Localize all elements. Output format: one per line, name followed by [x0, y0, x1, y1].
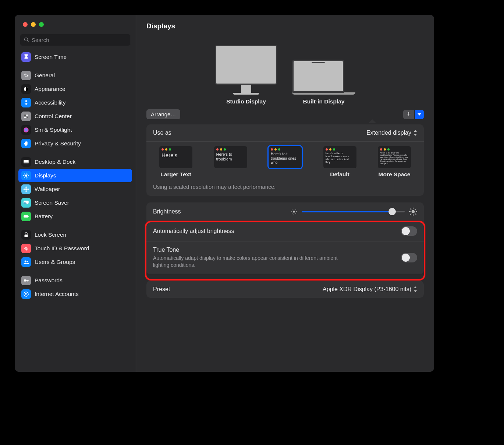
- add-display-menu[interactable]: [415, 110, 424, 119]
- auto-brightness-row: Automatically adjust brightness: [146, 221, 424, 241]
- search-field[interactable]: [20, 34, 131, 46]
- svg-point-33: [294, 209, 294, 209]
- svg-line-48: [415, 209, 416, 209]
- gear-icon: [21, 71, 31, 80]
- laptop-icon: [292, 60, 355, 95]
- brightness-row: Brightness: [146, 202, 424, 221]
- true-tone-toggle[interactable]: [401, 253, 417, 262]
- close-window-button[interactable]: [23, 22, 28, 27]
- sidebar-item-screen-time[interactable]: Screen Time: [18, 50, 132, 64]
- svg-point-34: [294, 214, 294, 215]
- svg-rect-26: [25, 234, 28, 237]
- sidebar-item-label: Desktop & Dock: [35, 159, 75, 165]
- svg-rect-30: [26, 280, 29, 281]
- sun-low-icon: [291, 208, 297, 215]
- svg-rect-24: [24, 215, 28, 218]
- search-icon: [24, 37, 29, 43]
- svg-point-18: [25, 188, 27, 190]
- preset-label: Preset: [153, 286, 170, 293]
- zoom-window-button[interactable]: [39, 22, 44, 27]
- sidebar-item-desktop-dock[interactable]: Desktop & Dock: [18, 155, 132, 169]
- resolution-option-1[interactable]: Here's to troublem: [208, 146, 253, 179]
- preset-row[interactable]: Preset Apple XDR Display (P3-1600 nits): [146, 281, 424, 298]
- svg-point-32: [293, 211, 295, 212]
- users-icon: [21, 257, 31, 267]
- brightness-panel: Brightness Automatically adjust brightne…: [146, 202, 424, 274]
- svg-line-15: [28, 177, 28, 178]
- true-tone-label: True Tone: [153, 247, 352, 253]
- sidebar-item-accessibility[interactable]: Accessibility: [18, 96, 132, 109]
- true-tone-desc: Automatically adapt display to make colo…: [153, 255, 352, 269]
- sidebar-item-touch-id-password[interactable]: Touch ID & Password: [18, 242, 132, 255]
- svg-line-49: [410, 214, 411, 215]
- figure-icon: [21, 98, 31, 107]
- preset-value[interactable]: Apple XDR Display (P3-1600 nits): [323, 286, 417, 293]
- at-icon: [21, 289, 31, 299]
- svg-point-28: [26, 261, 28, 262]
- sidebar-item-label: Battery: [35, 213, 53, 220]
- sidebar-item-label: Appearance: [35, 86, 65, 92]
- minimize-window-button[interactable]: [31, 22, 36, 27]
- resolution-thumb: Here's: [159, 146, 192, 168]
- svg-rect-31: [28, 280, 28, 282]
- resolution-option-4[interactable]: Here's to the crazy one troublemakers. T…: [372, 146, 417, 179]
- svg-point-40: [295, 213, 296, 214]
- sidebar-item-wallpaper[interactable]: Wallpaper: [18, 183, 132, 196]
- sidebar-item-control-center[interactable]: Control Center: [18, 110, 132, 123]
- sidebar-item-siri-spotlight[interactable]: Siri & Spotlight: [18, 123, 132, 137]
- resolution-options: Here'sLarger TextHere's to troublemHere'…: [146, 142, 424, 182]
- svg-point-6: [24, 127, 29, 133]
- svg-point-21: [24, 188, 25, 190]
- hand-icon: [21, 139, 31, 148]
- svg-line-14: [24, 174, 25, 174]
- svg-line-17: [24, 177, 25, 178]
- hourglass-icon: [21, 52, 31, 62]
- svg-point-39: [292, 213, 292, 214]
- svg-point-1: [25, 100, 27, 102]
- display-picker: Studio Display Built-in Display: [146, 45, 424, 105]
- use-as-row[interactable]: Use as Extended display: [146, 124, 424, 142]
- arrange-button[interactable]: Arrange…: [146, 109, 180, 119]
- sidebar-item-screen-saver[interactable]: Screen Saver: [18, 196, 132, 209]
- sidebar-item-label: Displays: [35, 172, 56, 179]
- true-tone-row: True Tone Automatically adapt display to…: [146, 241, 424, 274]
- use-as-value[interactable]: Extended display: [366, 130, 417, 136]
- sidebar-item-label: Control Center: [35, 113, 72, 120]
- auto-brightness-toggle[interactable]: [401, 226, 417, 236]
- sidebar-nav[interactable]: Screen TimeGeneralAppearanceAccessibilit…: [15, 49, 136, 372]
- display-builtin[interactable]: Built-in Display: [292, 60, 355, 105]
- sidebar-item-label: Passwords: [35, 277, 63, 284]
- sidebar-item-users-groups[interactable]: Users & Groups: [18, 255, 132, 269]
- search-input[interactable]: [32, 37, 127, 43]
- svg-point-19: [25, 187, 26, 188]
- sidebar-item-label: General: [35, 72, 55, 79]
- display-studio[interactable]: Studio Display: [215, 45, 277, 105]
- resolution-label: Default: [330, 171, 349, 179]
- svg-point-27: [25, 261, 26, 262]
- svg-point-29: [24, 279, 26, 282]
- sidebar-item-general[interactable]: General: [18, 69, 132, 82]
- sidebar-item-lock-screen[interactable]: Lock Screen: [18, 228, 132, 241]
- fingerprint-icon: [21, 244, 31, 253]
- brightness-slider[interactable]: [302, 208, 405, 215]
- svg-line-46: [410, 209, 411, 209]
- flower-icon: [21, 184, 31, 194]
- sidebar-item-label: Siri & Spotlight: [35, 127, 72, 133]
- brightness-icon: [21, 171, 31, 180]
- sidebar-item-label: Privacy & Security: [35, 140, 81, 147]
- resolution-thumb: Here's to the crazy one troublemakers. T…: [378, 146, 411, 168]
- sidebar-item-privacy-security[interactable]: Privacy & Security: [18, 137, 132, 150]
- sidebar-item-displays[interactable]: Displays: [18, 169, 132, 182]
- add-display-button[interactable]: +: [403, 110, 414, 119]
- resolution-hint: Using a scaled resolution may affect per…: [146, 182, 424, 196]
- resolution-thumb: Here's to t troublema ones who: [269, 146, 302, 168]
- sidebar-item-internet-accounts[interactable]: Internet Accounts: [18, 287, 132, 301]
- sidebar-item-passwords[interactable]: Passwords: [18, 274, 132, 287]
- sidebar-item-battery[interactable]: Battery: [18, 210, 132, 223]
- svg-rect-8: [24, 163, 29, 163]
- resolution-option-3[interactable]: Here's to the cr troublemakers. ones who…: [317, 146, 363, 179]
- sidebar-item-label: Touch ID & Password: [35, 245, 89, 252]
- resolution-option-0[interactable]: Here'sLarger Text: [153, 146, 199, 179]
- resolution-option-2[interactable]: Here's to t troublema ones who: [262, 146, 308, 179]
- sidebar-item-appearance[interactable]: Appearance: [18, 82, 132, 96]
